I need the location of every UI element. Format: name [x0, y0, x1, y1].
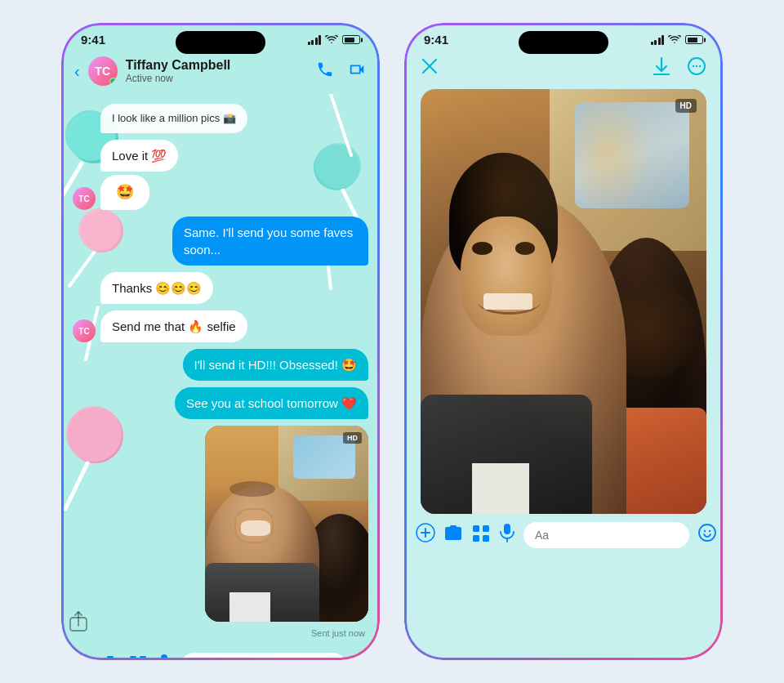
svg-rect-41 — [473, 525, 479, 532]
mic-button-2[interactable] — [499, 523, 515, 547]
message-bubble[interactable]: Love it 💯 — [100, 140, 178, 172]
message-bubble[interactable]: Same. I'll send you some faves soon... — [172, 217, 368, 266]
svg-point-48 — [704, 530, 706, 532]
back-button[interactable]: ‹ — [74, 62, 80, 81]
status-time-2: 9:41 — [424, 33, 448, 47]
viewer-photo[interactable]: HD — [421, 89, 706, 514]
sender-avatar: TC — [73, 187, 96, 210]
svg-point-27 — [356, 655, 372, 660]
contact-info: Tiffany Campbell Active now — [126, 58, 308, 84]
message-row: I look like a million pics 📸 — [73, 104, 368, 133]
dynamic-island-2 — [519, 31, 608, 54]
battery-icon — [342, 35, 360, 44]
svg-point-49 — [709, 530, 710, 532]
message-input[interactable] — [180, 653, 346, 660]
wifi-icon — [325, 35, 338, 44]
svg-point-36 — [696, 65, 697, 67]
svg-rect-42 — [483, 525, 489, 532]
warm-glow — [421, 89, 706, 514]
gallery-button-2[interactable] — [471, 524, 491, 547]
plus-button-2[interactable] — [416, 523, 435, 547]
status-icons — [308, 35, 361, 45]
plus-button[interactable] — [73, 654, 92, 660]
message-row: TC Send me that 🔥 selfie — [73, 310, 368, 342]
sender-avatar: TC — [73, 319, 96, 342]
video-call-button[interactable] — [347, 60, 367, 83]
status-time: 9:41 — [81, 33, 105, 47]
svg-point-35 — [693, 65, 694, 67]
chat-phone: 9:41 ‹ TC Tiffany Campbell Active now — [61, 23, 380, 660]
viewer-header — [404, 51, 723, 89]
header-actions — [316, 60, 367, 83]
message-row: Thanks 😊😊😊 — [73, 272, 368, 304]
sent-time: Sent just now — [73, 628, 368, 638]
svg-rect-25 — [161, 654, 167, 660]
input-bar: 😊 — [61, 645, 380, 660]
viewer-photo-content — [421, 89, 706, 514]
svg-rect-22 — [140, 656, 146, 660]
signal-icon — [308, 35, 322, 45]
viewer-actions — [653, 56, 706, 81]
message-row: TC Love it 💯 🤩 — [73, 140, 368, 210]
shirt — [229, 592, 270, 622]
photo-scene — [205, 426, 368, 622]
message-bubble[interactable]: I look like a million pics 📸 — [100, 104, 247, 133]
viewer-phone: 9:41 — [404, 23, 723, 660]
hair-top — [229, 481, 275, 497]
message-bubble[interactable]: 🤩 — [100, 175, 149, 210]
message-bubble[interactable]: I'll send it HD!!! Obsessed! 🤩 — [183, 349, 368, 381]
messages-area: I look like a million pics 📸 TC Love it … — [61, 94, 380, 645]
wifi-icon-2 — [668, 35, 681, 44]
viewer-input-bar — [404, 514, 723, 565]
dynamic-island — [176, 31, 265, 54]
photo-face-area — [421, 89, 706, 514]
camera-button[interactable] — [100, 654, 120, 660]
svg-rect-45 — [504, 524, 510, 534]
viewer-hd-badge: HD — [675, 99, 697, 113]
contact-status: Active now — [126, 73, 308, 84]
message-row: See you at school tomorrow ❤️ — [73, 387, 368, 419]
message-bubble[interactable]: Thanks 😊😊😊 — [100, 272, 213, 304]
message-input-2[interactable] — [523, 522, 689, 548]
svg-rect-43 — [473, 535, 479, 542]
teeth — [241, 520, 270, 536]
photo-message-row: HD — [73, 426, 368, 622]
battery-icon-2 — [685, 35, 703, 44]
more-options-button[interactable] — [687, 56, 706, 81]
emoji-button[interactable] — [354, 654, 374, 660]
status-icons-2 — [651, 35, 704, 45]
svg-point-47 — [699, 525, 715, 541]
contact-avatar: TC — [88, 56, 118, 86]
download-button[interactable] — [653, 56, 670, 81]
mic-button[interactable] — [156, 654, 172, 660]
gallery-button[interactable] — [128, 654, 148, 660]
photo-bubble[interactable]: HD — [205, 426, 368, 622]
message-row: I'll send it HD!!! Obsessed! 🤩 — [73, 349, 368, 381]
hd-badge: HD — [343, 432, 362, 444]
message-bubble[interactable]: Send me that 🔥 selfie — [100, 310, 247, 342]
phone-call-button[interactable] — [316, 60, 334, 83]
contact-name: Tiffany Campbell — [126, 58, 308, 73]
svg-point-37 — [699, 65, 701, 67]
chat-header: ‹ TC Tiffany Campbell Active now — [61, 51, 380, 94]
message-bubble[interactable]: See you at school tomorrow ❤️ — [175, 387, 368, 419]
signal-icon-2 — [651, 35, 665, 45]
camera-button-2[interactable] — [443, 524, 463, 547]
message-row: Same. I'll send you some faves soon... — [73, 217, 368, 266]
online-indicator — [109, 78, 117, 85]
svg-rect-21 — [130, 656, 136, 660]
close-button[interactable] — [421, 57, 439, 80]
emoji-button-2[interactable] — [697, 523, 717, 547]
svg-rect-44 — [483, 535, 489, 542]
